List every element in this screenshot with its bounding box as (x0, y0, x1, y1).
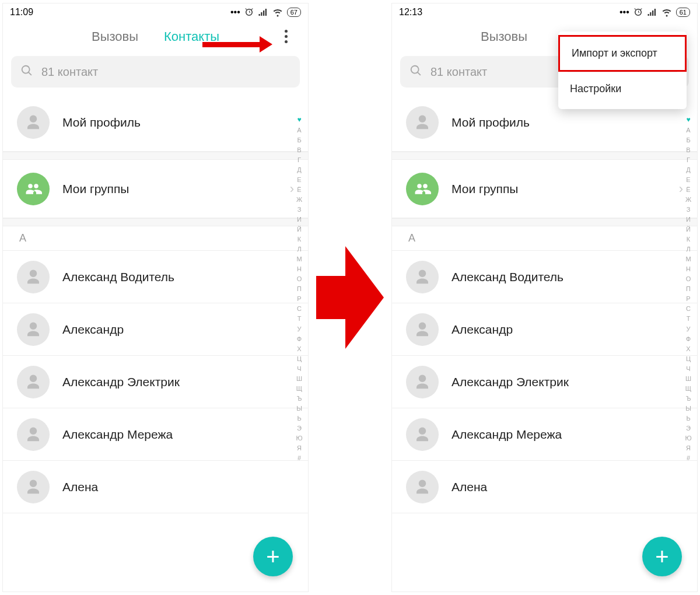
contact-name: Александр Электрик (452, 375, 569, 389)
menu-import-export[interactable]: Импорт и экспорт (558, 35, 687, 72)
divider (392, 152, 697, 160)
contact-row[interactable]: Александр (3, 303, 308, 356)
contact-row[interactable]: Александр Мережа (392, 408, 697, 461)
add-contact-fab[interactable]: + (253, 537, 293, 576)
group-icon (17, 173, 50, 205)
annotation-arrow-big (315, 246, 385, 349)
my-profile-row[interactable]: Мой профиль (3, 93, 308, 152)
signal-icon (258, 7, 268, 18)
clock: 11:09 (10, 7, 33, 18)
status-bar: 12:13 ••• 61 (392, 4, 697, 21)
tabs-row: Вызовы Контакты (3, 21, 308, 52)
wifi-icon (661, 7, 673, 18)
contact-name: Александр (452, 323, 513, 337)
battery-icon: 61 (676, 8, 690, 17)
row-label: Мой профиль (452, 116, 530, 130)
phone-left: 11:09 ••• 67 Вызовы Контакты (2, 3, 309, 592)
contact-name: Алена (62, 480, 98, 494)
avatar-icon (17, 471, 50, 503)
search-icon (20, 64, 33, 80)
add-contact-fab[interactable]: + (642, 537, 682, 576)
contact-row[interactable]: Алена (392, 461, 697, 513)
alarm-icon (633, 7, 643, 18)
chevron-right-icon: › (290, 181, 294, 197)
row-label: Мой профиль (62, 116, 141, 130)
signal-icon (647, 7, 657, 18)
avatar-icon (17, 261, 50, 293)
divider (3, 218, 308, 226)
tab-calls[interactable]: Вызовы (92, 29, 138, 44)
contact-row[interactable]: Александ Водитель (392, 251, 697, 303)
contact-row[interactable]: Александр Мережа (3, 408, 308, 461)
contact-row[interactable]: Алена (3, 461, 308, 513)
battery-icon: 67 (287, 8, 301, 17)
contact-name: Александр (62, 323, 124, 337)
contact-row[interactable]: Александр Электрик (392, 356, 697, 408)
row-label: Мои группы (452, 182, 518, 196)
section-header: А (3, 226, 308, 251)
avatar-icon (406, 106, 439, 139)
plus-icon: + (266, 544, 279, 570)
plus-icon: + (655, 544, 668, 570)
contact-list[interactable]: Мой профиль Мои группы › А Александ Води… (392, 93, 697, 513)
menu-settings[interactable]: Настройки (558, 72, 687, 106)
avatar-icon (406, 366, 439, 398)
group-icon (406, 173, 439, 205)
avatar-icon (406, 471, 439, 503)
avatar-icon (17, 418, 50, 451)
divider (3, 152, 308, 160)
search-placeholder: 81 контакт (41, 65, 98, 79)
phone-right: 12:13 ••• 61 Вызовы Контакты (391, 3, 698, 592)
contact-name: Александ Водитель (62, 270, 174, 284)
tab-contacts[interactable]: Контакты (164, 29, 219, 44)
more-menu-button[interactable] (278, 28, 294, 44)
search-placeholder: 81 контакт (430, 65, 487, 79)
contact-name: Александр Мережа (452, 428, 562, 442)
contact-name: Александ Водитель (452, 270, 564, 284)
avatar-icon (17, 313, 50, 346)
contact-name: Александр Мережа (62, 428, 173, 442)
divider (392, 218, 697, 226)
contact-row[interactable]: Александ Водитель (3, 251, 308, 303)
overflow-menu: Импорт и экспорт Настройки (558, 32, 687, 109)
contact-row[interactable]: Александр (392, 303, 697, 356)
chevron-right-icon: › (679, 181, 683, 197)
alarm-icon (244, 7, 254, 18)
row-label: Мои группы (62, 182, 129, 196)
my-groups-row[interactable]: Мои группы › (3, 160, 308, 218)
contact-name: Алена (452, 480, 487, 494)
avatar-icon (17, 106, 50, 139)
clock: 12:13 (399, 7, 422, 18)
contact-list[interactable]: Мой профиль Мои группы › А Александ Води… (3, 93, 308, 513)
avatar-icon (17, 366, 50, 398)
avatar-icon (406, 313, 439, 346)
section-header: А (392, 226, 697, 251)
wifi-icon (272, 7, 284, 18)
tab-calls[interactable]: Вызовы (481, 29, 527, 44)
my-groups-row[interactable]: Мои группы › (392, 160, 697, 218)
avatar-icon (406, 261, 439, 293)
search-icon (410, 64, 422, 80)
avatar-icon (406, 418, 439, 451)
more-status-icon: ••• (230, 7, 240, 18)
search-input[interactable]: 81 контакт (11, 56, 300, 88)
status-bar: 11:09 ••• 67 (3, 4, 308, 21)
more-status-icon: ••• (620, 7, 629, 18)
contact-row[interactable]: Александр Электрик (3, 356, 308, 408)
contact-name: Александр Электрик (62, 375, 180, 389)
